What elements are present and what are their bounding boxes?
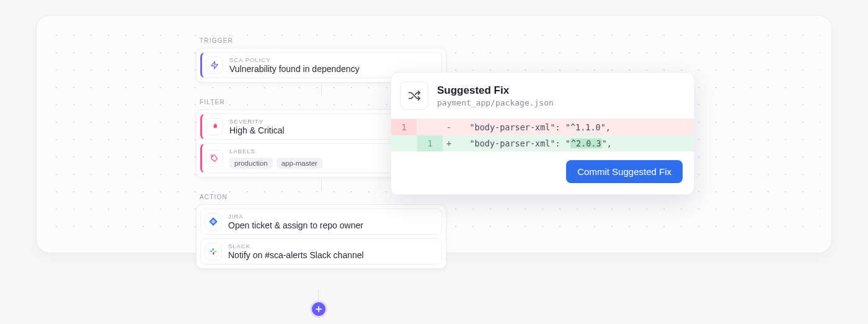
filter-severity-text: High & Critical (229, 125, 285, 135)
diff-sign-plus: + (443, 138, 454, 148)
slack-icon (205, 243, 222, 260)
svg-rect-3 (214, 251, 216, 252)
svg-marker-0 (211, 61, 218, 69)
action-card[interactable]: JIRA Open ticket & assign to repo owner … (196, 204, 446, 269)
diff-removed-code: "body-parser-xml": "^1.1.0", (454, 122, 694, 132)
action-jira-kicker: JIRA (228, 213, 363, 220)
svg-point-1 (212, 156, 213, 157)
commit-suggested-fix-button[interactable]: Commit Suggested Fix (566, 160, 683, 183)
diff-sign-minus: - (443, 122, 454, 132)
shuffle-icon (400, 81, 428, 110)
popup-file-path: payment_app/package.json (437, 98, 554, 107)
connector-line (321, 85, 322, 96)
suggested-fix-popup: Suggested Fix payment_app/package.json 1… (391, 72, 694, 195)
popup-title: Suggested Fix (437, 84, 554, 97)
jira-icon (205, 213, 222, 230)
connector-line (321, 180, 322, 191)
connector-line (318, 289, 319, 302)
line-number-new: 1 (417, 135, 443, 151)
section-label-trigger: TRIGGER (200, 37, 446, 44)
line-number-old (391, 135, 417, 151)
svg-rect-4 (213, 248, 214, 251)
tag-icon (206, 150, 223, 167)
diff-added-code: "body-parser-xml": "^2.0.3", (454, 138, 694, 148)
action-row-jira[interactable]: JIRA Open ticket & assign to repo owner (200, 209, 442, 235)
diff-removed-line: 1 - "body-parser-xml": "^1.1.0", (391, 119, 694, 135)
action-row-slack[interactable]: SLACK Notify on #sca-alerts Slack channe… (200, 238, 442, 264)
add-step-button[interactable] (310, 300, 327, 318)
line-number-new (417, 119, 443, 135)
filter-severity-kicker: SEVERITY (229, 118, 285, 125)
bolt-icon (206, 56, 223, 74)
diff-view: 1 - "body-parser-xml": "^1.1.0", 1 + "bo… (391, 119, 694, 151)
svg-rect-5 (213, 252, 214, 254)
line-number-old: 1 (391, 119, 417, 135)
action-jira-text: Open ticket & assign to repo owner (228, 220, 363, 230)
action-slack-kicker: SLACK (228, 243, 364, 250)
trigger-kicker: SCA POLICY (229, 56, 360, 63)
flame-icon (206, 118, 223, 135)
action-slack-text: Notify on #sca-alerts Slack channel (228, 250, 364, 260)
filter-labels-kicker: LABELS (229, 148, 322, 155)
trigger-text: Vulnerability found in dependency (229, 64, 360, 74)
chip-app-master[interactable]: app-master (277, 158, 322, 169)
filter-labels-chips: production app-master (229, 158, 322, 169)
diff-added-line: 1 + "body-parser-xml": "^2.0.3", (391, 135, 694, 151)
svg-rect-2 (210, 251, 213, 252)
chip-production[interactable]: production (229, 158, 273, 169)
